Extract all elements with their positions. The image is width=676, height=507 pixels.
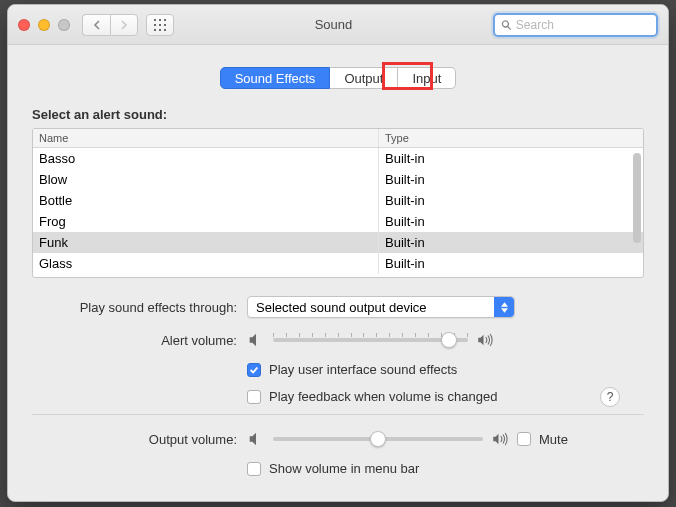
divider — [32, 414, 644, 415]
svg-rect-5 — [164, 24, 166, 26]
tab-output[interactable]: Output — [330, 67, 398, 89]
help-button[interactable]: ? — [600, 387, 620, 407]
mute-label: Mute — [539, 432, 568, 447]
search-field-container[interactable] — [493, 13, 658, 37]
table-row[interactable]: FrogBuilt-in — [33, 211, 643, 232]
titlebar: Sound — [8, 5, 668, 45]
column-header-type[interactable]: Type — [379, 129, 643, 147]
cell-type: Built-in — [379, 148, 643, 169]
svg-rect-1 — [159, 19, 161, 21]
speaker-min-icon — [247, 331, 265, 349]
cell-type: Built-in — [379, 253, 643, 274]
table-header: Name Type — [33, 129, 643, 148]
window-controls — [18, 19, 70, 31]
output-volume-label: Output volume: — [32, 432, 247, 447]
search-icon — [501, 19, 512, 31]
table-row[interactable]: FunkBuilt-in — [33, 232, 643, 253]
forward-button[interactable] — [110, 14, 138, 36]
svg-rect-6 — [154, 29, 156, 31]
alert-volume-label: Alert volume: — [32, 333, 247, 348]
speaker-max-icon — [476, 331, 494, 349]
svg-rect-3 — [154, 24, 156, 26]
cell-type: Built-in — [379, 169, 643, 190]
mute-checkbox[interactable] — [517, 432, 531, 446]
table-row[interactable]: GlassBuilt-in — [33, 253, 643, 274]
cell-name: Funk — [33, 232, 379, 253]
cell-name: Glass — [33, 253, 379, 274]
play-through-select[interactable]: Selected sound output device — [247, 296, 515, 318]
section-heading: Select an alert sound: — [32, 107, 644, 122]
speaker-max-icon — [491, 430, 509, 448]
show-all-button[interactable] — [146, 14, 174, 36]
svg-rect-8 — [164, 29, 166, 31]
close-window-button[interactable] — [18, 19, 30, 31]
alert-volume-slider[interactable] — [273, 330, 468, 350]
nav-buttons — [82, 14, 138, 36]
cell-type: Built-in — [379, 232, 643, 253]
alert-sounds-table: Name Type BassoBuilt-inBlowBuilt-inBottl… — [32, 128, 644, 278]
back-button[interactable] — [82, 14, 110, 36]
output-volume-slider[interactable] — [273, 429, 483, 449]
cell-name: Blow — [33, 169, 379, 190]
tab-bar: Sound Effects Output Input — [32, 67, 644, 89]
table-scrollbar[interactable] — [633, 153, 641, 243]
minimize-window-button[interactable] — [38, 19, 50, 31]
form-section: Play sound effects through: Selected sou… — [32, 296, 644, 476]
cell-name: Basso — [33, 148, 379, 169]
sound-preferences-window: Sound Sound Effects Output Input Select … — [7, 4, 669, 502]
cell-type: Built-in — [379, 211, 643, 232]
output-volume-thumb[interactable] — [370, 431, 386, 447]
play-through-value: Selected sound output device — [256, 300, 427, 315]
tab-input[interactable]: Input — [398, 67, 456, 89]
menubar-label: Show volume in menu bar — [269, 461, 419, 476]
tab-sound-effects[interactable]: Sound Effects — [220, 67, 331, 89]
svg-rect-0 — [154, 19, 156, 21]
play-ui-fx-label: Play user interface sound effects — [269, 362, 457, 377]
speaker-min-icon — [247, 430, 265, 448]
play-ui-fx-checkbox[interactable] — [247, 363, 261, 377]
table-body[interactable]: BassoBuilt-inBlowBuilt-inBottleBuilt-inF… — [33, 148, 643, 276]
table-row[interactable]: BassoBuilt-in — [33, 148, 643, 169]
svg-rect-7 — [159, 29, 161, 31]
zoom-window-button — [58, 19, 70, 31]
menubar-checkbox[interactable] — [247, 462, 261, 476]
search-input[interactable] — [516, 18, 650, 32]
svg-rect-4 — [159, 24, 161, 26]
table-row[interactable]: BottleBuilt-in — [33, 190, 643, 211]
table-row[interactable]: BlowBuilt-in — [33, 169, 643, 190]
select-arrows-icon — [494, 297, 514, 317]
cell-name: Frog — [33, 211, 379, 232]
svg-rect-2 — [164, 19, 166, 21]
column-header-name[interactable]: Name — [33, 129, 379, 147]
play-through-label: Play sound effects through: — [32, 300, 247, 315]
window-title: Sound — [174, 17, 493, 32]
cell-name: Bottle — [33, 190, 379, 211]
cell-type: Built-in — [379, 190, 643, 211]
play-feedback-checkbox[interactable] — [247, 390, 261, 404]
content-area: Sound Effects Output Input Select an ale… — [8, 45, 668, 500]
alert-volume-thumb[interactable] — [441, 332, 457, 348]
play-feedback-label: Play feedback when volume is changed — [269, 389, 497, 404]
